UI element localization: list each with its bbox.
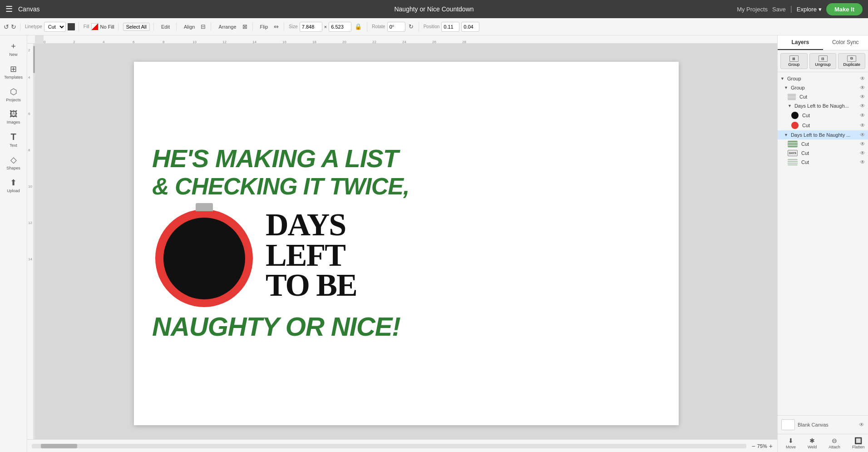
attach-icon: ⊖ bbox=[832, 437, 837, 444]
panel-bottom: Blank Canvas 👁 bbox=[778, 415, 868, 434]
duplicate-button[interactable]: ⧉ Duplicate bbox=[838, 53, 865, 69]
ruler-tick-2: 2 bbox=[73, 40, 75, 44]
canvas-eye-icon[interactable]: 👁 bbox=[859, 422, 864, 428]
linetype-label: Linetype bbox=[25, 24, 42, 29]
eye-icon-group-2[interactable]: 👁 bbox=[860, 84, 865, 91]
weld-icon: ✱ bbox=[809, 437, 815, 444]
weld-button[interactable]: ✱ Weld bbox=[803, 435, 821, 451]
eye-icon-cut-black[interactable]: 👁 bbox=[860, 112, 865, 119]
ruler-tick-4: 4 bbox=[103, 40, 104, 44]
eye-icon-cut-red[interactable]: 👁 bbox=[860, 122, 865, 129]
sidebar-item-templates[interactable]: ⊞ Templates bbox=[2, 61, 25, 82]
flatten-button[interactable]: 🔲 Flatten bbox=[848, 435, 868, 451]
make-it-button[interactable]: Make It bbox=[826, 3, 863, 15]
layer-group-top[interactable]: ▼ Group 👁 bbox=[778, 74, 868, 83]
eye-icon-cut-green[interactable]: 👁 bbox=[860, 141, 865, 147]
ruler-tick-14: 14 bbox=[252, 40, 256, 44]
undo-button[interactable]: ↺ bbox=[4, 23, 9, 30]
vruler-tick-4: 4 bbox=[28, 75, 30, 79]
arrange-icon-button[interactable]: ⊠ bbox=[241, 22, 249, 31]
save-button[interactable]: Save bbox=[772, 6, 786, 13]
layer-name-cut-text: Cut bbox=[801, 150, 858, 156]
group-button[interactable]: ⊞ Group bbox=[780, 53, 808, 69]
arrow-icon: ▼ bbox=[780, 76, 784, 81]
layer-cut-text[interactable]: DAYS Cut 👁 bbox=[778, 149, 868, 158]
position-group: Position bbox=[424, 22, 483, 32]
layer-cut-1[interactable]: Cut 👁 bbox=[778, 92, 868, 101]
sidebar-item-upload[interactable]: ⬆ Upload bbox=[2, 175, 25, 196]
linetype-select[interactable]: Cut bbox=[44, 22, 66, 32]
sidebar-item-new[interactable]: + New bbox=[2, 39, 25, 60]
eye-icon-cut-1[interactable]: 👁 bbox=[860, 94, 865, 100]
canvas-label: Blank Canvas bbox=[798, 422, 856, 427]
eye-icon-cut-light[interactable]: 👁 bbox=[860, 159, 865, 165]
design-bottom: NAUGHTY or NiCE! bbox=[152, 311, 409, 342]
height-input[interactable] bbox=[329, 22, 351, 32]
flip-button[interactable]: Flip bbox=[257, 23, 271, 31]
size-label: Size bbox=[289, 24, 297, 29]
width-input[interactable] bbox=[300, 22, 322, 32]
flip-icon-button[interactable]: ⇔ bbox=[272, 22, 280, 31]
ruler-tick-24: 24 bbox=[402, 40, 406, 44]
ungroup-button[interactable]: ⊟ Ungroup bbox=[809, 53, 837, 69]
layer-days-group-1[interactable]: ▼ Days Left to Be Naugh... 👁 bbox=[778, 101, 868, 110]
eye-icon-group-top[interactable]: 👁 bbox=[860, 75, 865, 82]
rotate-icon-button[interactable]: ↻ bbox=[407, 22, 415, 31]
layer-group-2[interactable]: ▼ Group 👁 bbox=[778, 83, 868, 92]
tab-layers[interactable]: Layers bbox=[778, 35, 823, 50]
hscroll-thumb[interactable] bbox=[41, 444, 77, 448]
layer-name-cut-light: Cut bbox=[801, 159, 858, 165]
pos-x-input[interactable] bbox=[441, 22, 459, 32]
layer-cut-red[interactable]: Cut 👁 bbox=[778, 120, 868, 130]
layer-name-cut-black: Cut bbox=[802, 113, 858, 118]
my-projects-button[interactable]: My Projects bbox=[737, 6, 768, 13]
layer-name-days-1: Days Left to Be Naugh... bbox=[794, 103, 858, 109]
fill-swatch[interactable] bbox=[91, 23, 99, 30]
align-icon-button[interactable]: ⊟ bbox=[199, 22, 207, 31]
select-all-button[interactable]: Select All bbox=[123, 23, 150, 31]
sidebar-label-projects: Projects bbox=[6, 98, 21, 102]
layer-cut-lines-green[interactable]: Cut 👁 bbox=[778, 139, 868, 149]
right-panel: Layers Color Sync ⊞ Group ⊟ Ungroup ⧉ bbox=[777, 35, 868, 452]
canvas-padding: He's Making A LiST & CHeCKiNG iT TWiCE, bbox=[35, 44, 777, 439]
sidebar-label-text: Text bbox=[10, 143, 17, 148]
layer-cut-lines-light[interactable]: Cut 👁 bbox=[778, 158, 868, 167]
layer-name-cut-green: Cut bbox=[801, 141, 858, 147]
zoom-minus-button[interactable]: − bbox=[752, 442, 755, 450]
tab-color-sync[interactable]: Color Sync bbox=[823, 35, 868, 50]
zoom-plus-button[interactable]: + bbox=[769, 442, 773, 450]
rotate-input[interactable] bbox=[387, 22, 405, 32]
sidebar-item-text[interactable]: T Text bbox=[2, 129, 25, 150]
eye-icon-days-1[interactable]: 👁 bbox=[860, 103, 865, 109]
attach-button[interactable]: ⊖ Attach bbox=[824, 435, 845, 451]
layer-cut-black[interactable]: Cut 👁 bbox=[778, 110, 868, 120]
arrange-button[interactable]: Arrange bbox=[216, 23, 239, 31]
sidebar-item-shapes[interactable]: ◇ Shapes bbox=[2, 152, 25, 173]
canvas-white[interactable]: He's Making A LiST & CHeCKiNG iT TWiCE, bbox=[134, 62, 679, 425]
layer-days-group-2[interactable]: ▼ Days Left to Be Naughty ... 👁 bbox=[778, 130, 868, 139]
ruler-tick-12: 12 bbox=[222, 40, 227, 44]
sidebar-item-images[interactable]: 🖼 Images bbox=[2, 107, 25, 127]
eye-icon-days-2[interactable]: 👁 bbox=[860, 132, 865, 138]
vscroll-thumb[interactable] bbox=[33, 46, 35, 73]
cut-icon-green-lines bbox=[788, 141, 798, 147]
canvas-scroll-area[interactable]: He's Making A LiST & CHeCKiNG iT TWiCE, bbox=[35, 44, 777, 439]
ruler-tick-28: 28 bbox=[462, 40, 466, 44]
hamburger-menu[interactable]: ☰ bbox=[5, 4, 13, 14]
pos-y-input[interactable] bbox=[461, 22, 479, 32]
lock-icon[interactable]: 🔒 bbox=[353, 22, 363, 31]
document-title[interactable]: Naughty or Nice Countdown bbox=[394, 5, 473, 13]
canvas-preview bbox=[781, 419, 795, 430]
eye-icon-cut-text[interactable]: 👁 bbox=[860, 150, 865, 156]
edit-button[interactable]: Edit bbox=[158, 23, 173, 31]
move-button[interactable]: ⬇ Move bbox=[781, 435, 800, 451]
align-button[interactable]: Align bbox=[181, 23, 197, 31]
edit-group: Edit bbox=[158, 23, 177, 31]
new-icon: + bbox=[11, 42, 16, 51]
explore-button[interactable]: Explore ▾ bbox=[797, 6, 822, 13]
redo-button[interactable]: ↻ bbox=[11, 23, 16, 30]
sidebar-item-projects[interactable]: ⬡ Projects bbox=[2, 84, 25, 105]
cut-icon-text: DAYS bbox=[788, 150, 798, 156]
fill-group: Fill No Fill bbox=[84, 23, 118, 30]
sidebar-label-upload: Upload bbox=[7, 189, 20, 193]
